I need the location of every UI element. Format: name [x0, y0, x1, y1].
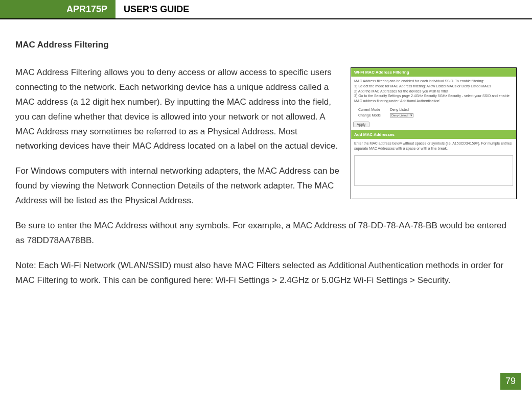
current-mode-value: Deny Listed: [390, 108, 409, 111]
paragraph-4: Note: Each Wi-Fi Network (WLAN/SSID) mus…: [15, 258, 517, 288]
screenshot-add-text: Enter the MAC address below without spac…: [351, 139, 516, 153]
page-content: MAC Address Filtering Wi-Fi MAC Address …: [0, 19, 532, 308]
screenshot-current-mode-row: Current Mode Deny Listed: [358, 108, 516, 111]
screenshot-step3: 3) Go to the Security Settings page 2.4G…: [354, 93, 513, 104]
change-mode-select[interactable]: Deny Listed: [390, 113, 413, 117]
page-number: 79: [500, 373, 521, 390]
change-mode-label: Change Mode: [358, 113, 389, 117]
screenshot-intro-text: MAC Address filtering can be enabled for…: [351, 77, 516, 106]
screenshot-step1: 1) Select the mode for MAC Address filte…: [354, 84, 513, 89]
current-mode-label: Current Mode: [358, 108, 389, 111]
screenshot-step2: 2) Add the MAC Addresses for the devices…: [354, 89, 513, 94]
screenshot-panel-title-2: Add MAC Addresses: [351, 130, 516, 139]
model-badge: APR175P: [0, 0, 115, 18]
screenshot-panel-title-1: Wi-Fi MAC Address Filtering: [351, 68, 516, 77]
apply-button[interactable]: Apply: [353, 122, 369, 127]
mac-address-textarea[interactable]: [354, 155, 513, 186]
paragraph-3: Be sure to enter the MAC Address without…: [15, 219, 517, 248]
screenshot-intro: MAC Address filtering can be enabled for…: [354, 79, 513, 84]
embedded-screenshot: Wi-Fi MAC Address Filtering MAC Address …: [351, 67, 517, 199]
screenshot-change-mode-row: Change Mode Deny Listed: [358, 113, 516, 117]
document-header: APR175P USER'S GUIDE: [0, 0, 532, 19]
section-heading: MAC Address Filtering: [15, 40, 517, 50]
document-title: USER'S GUIDE: [115, 0, 197, 18]
